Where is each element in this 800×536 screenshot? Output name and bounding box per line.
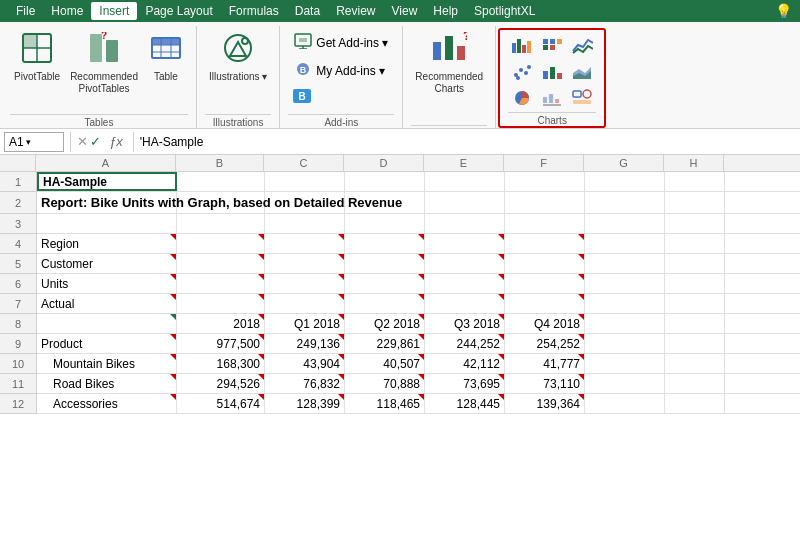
cell-d8[interactable]: Q2 2018: [345, 314, 425, 333]
pivot-table-button[interactable]: PivotTable: [10, 30, 64, 85]
cell-b10[interactable]: 168,300: [177, 354, 265, 373]
cell-a9[interactable]: Product: [37, 334, 177, 353]
menu-file[interactable]: File: [8, 2, 43, 20]
col-header-d[interactable]: D: [344, 155, 424, 171]
cell-c9[interactable]: 249,136: [265, 334, 345, 353]
cell-c8[interactable]: Q1 2018: [265, 314, 345, 333]
cell-f2[interactable]: [505, 192, 585, 213]
more-charts-button[interactable]: [568, 86, 596, 110]
cell-d7[interactable]: [345, 294, 425, 313]
cell-a10[interactable]: Mountain Bikes: [37, 354, 177, 373]
cell-d3[interactable]: [345, 214, 425, 233]
menu-help[interactable]: Help: [425, 2, 466, 20]
cell-c10[interactable]: 43,904: [265, 354, 345, 373]
cell-d10[interactable]: 40,507: [345, 354, 425, 373]
cell-b8[interactable]: 2018: [177, 314, 265, 333]
cell-a6[interactable]: Units: [37, 274, 177, 293]
stacked-bar-button[interactable]: [538, 34, 566, 58]
cell-e3[interactable]: [425, 214, 505, 233]
cell-c1[interactable]: [265, 172, 345, 191]
cell-a7[interactable]: Actual: [37, 294, 177, 313]
cell-a11[interactable]: Road Bikes: [37, 374, 177, 393]
cell-g4[interactable]: [585, 234, 665, 253]
cell-c11[interactable]: 76,832: [265, 374, 345, 393]
illustrations-button[interactable]: Illustrations ▾: [205, 30, 271, 85]
cell-c4[interactable]: [265, 234, 345, 253]
cell-d11[interactable]: 70,888: [345, 374, 425, 393]
waterfall-chart-button[interactable]: [538, 86, 566, 110]
bar-chart-button[interactable]: [508, 34, 536, 58]
cell-b11[interactable]: 294,526: [177, 374, 265, 393]
cell-e1[interactable]: [425, 172, 505, 191]
cell-g7[interactable]: [585, 294, 665, 313]
column-chart-button[interactable]: [538, 60, 566, 84]
cell-d12[interactable]: 118,465: [345, 394, 425, 413]
cell-h5[interactable]: [665, 254, 725, 273]
cell-b1[interactable]: [177, 172, 265, 191]
recommended-charts-button[interactable]: ? Recommended Charts: [411, 30, 487, 97]
confirm-formula-icon[interactable]: ✓: [90, 134, 101, 149]
recommended-pivot-button[interactable]: ? Recommended PivotTables: [66, 30, 142, 97]
cell-a3[interactable]: [37, 214, 177, 233]
cell-a12[interactable]: Accessories: [37, 394, 177, 413]
cell-e2[interactable]: [425, 192, 505, 213]
col-header-f[interactable]: F: [504, 155, 584, 171]
cell-g3[interactable]: [585, 214, 665, 233]
pie-chart-button[interactable]: [508, 86, 536, 110]
cell-e6[interactable]: [425, 274, 505, 293]
scatter-chart-button[interactable]: [508, 60, 536, 84]
cell-f1[interactable]: [505, 172, 585, 191]
cell-d6[interactable]: [345, 274, 425, 293]
cell-h3[interactable]: [665, 214, 725, 233]
menu-data[interactable]: Data: [287, 2, 328, 20]
menu-page-layout[interactable]: Page Layout: [137, 2, 220, 20]
cell-d1[interactable]: [345, 172, 425, 191]
cell-a4[interactable]: Region: [37, 234, 177, 253]
cell-a1[interactable]: HA-Sample: [37, 172, 177, 191]
menu-formulas[interactable]: Formulas: [221, 2, 287, 20]
cell-c12[interactable]: 128,399: [265, 394, 345, 413]
cell-f12[interactable]: 139,364: [505, 394, 585, 413]
cell-e12[interactable]: 128,445: [425, 394, 505, 413]
cell-g5[interactable]: [585, 254, 665, 273]
cell-e8[interactable]: Q3 2018: [425, 314, 505, 333]
cell-b4[interactable]: [177, 234, 265, 253]
cell-g8[interactable]: [585, 314, 665, 333]
cell-f5[interactable]: [505, 254, 585, 273]
cell-c3[interactable]: [265, 214, 345, 233]
cell-reference-box[interactable]: A1 ▾: [4, 132, 64, 152]
col-header-h[interactable]: H: [664, 155, 724, 171]
cell-b3[interactable]: [177, 214, 265, 233]
cell-e5[interactable]: [425, 254, 505, 273]
cell-g11[interactable]: [585, 374, 665, 393]
line-chart-button[interactable]: [568, 34, 596, 58]
cell-h4[interactable]: [665, 234, 725, 253]
cell-h6[interactable]: [665, 274, 725, 293]
cell-h7[interactable]: [665, 294, 725, 313]
menu-home[interactable]: Home: [43, 2, 91, 20]
table-button[interactable]: Table: [144, 30, 188, 85]
cell-a2[interactable]: Report: Bike Units with Graph, based on …: [37, 192, 177, 213]
cell-d4[interactable]: [345, 234, 425, 253]
cell-f11[interactable]: 73,110: [505, 374, 585, 393]
cell-b12[interactable]: 514,674: [177, 394, 265, 413]
menu-review[interactable]: Review: [328, 2, 383, 20]
cell-g2[interactable]: [585, 192, 665, 213]
cell-g6[interactable]: [585, 274, 665, 293]
cell-d5[interactable]: [345, 254, 425, 273]
cell-e9[interactable]: 244,252: [425, 334, 505, 353]
cell-c5[interactable]: [265, 254, 345, 273]
cell-f4[interactable]: [505, 234, 585, 253]
bing-maps-icon[interactable]: B: [292, 88, 312, 110]
get-addins-button[interactable]: Get Add-ins ▾: [288, 30, 394, 55]
cell-a8[interactable]: [37, 314, 177, 333]
cell-f7[interactable]: [505, 294, 585, 313]
lightbulb-icon[interactable]: 💡: [775, 3, 792, 19]
cell-e4[interactable]: [425, 234, 505, 253]
cell-g10[interactable]: [585, 354, 665, 373]
menu-spotlightxl[interactable]: SpotlightXL: [466, 2, 543, 20]
cell-b7[interactable]: [177, 294, 265, 313]
cell-g1[interactable]: [585, 172, 665, 191]
cell-h8[interactable]: [665, 314, 725, 333]
area-chart-button[interactable]: [568, 60, 596, 84]
